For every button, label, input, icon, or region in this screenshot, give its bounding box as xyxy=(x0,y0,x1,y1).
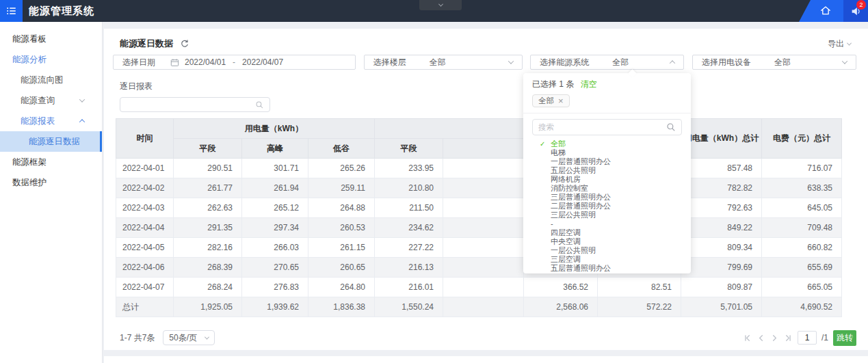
value-cell xyxy=(443,258,524,278)
dropdown-option-label: 电梯 xyxy=(551,148,566,157)
sidebar-item-label: 能源分析 xyxy=(12,54,47,66)
device-select-value: 全部 xyxy=(774,57,791,68)
content-card: 能源逐日数据 导出 选择日期 2022/04/01 - 2022/04/07 xyxy=(104,29,868,350)
dropdown-option-label: 中央空调 xyxy=(551,237,581,245)
value-cell: 655.69 xyxy=(762,258,842,278)
dropdown-search-box[interactable] xyxy=(532,119,682,135)
notification-badge: 2 xyxy=(856,0,866,10)
col-header-total-fee: 电费（元）总计 xyxy=(762,119,842,159)
value-cell: 301.71 xyxy=(242,159,308,178)
date-range-picker[interactable]: 选择日期 2022/04/01 - 2022/04/07 xyxy=(113,55,356,70)
jump-button[interactable]: 跳转 xyxy=(833,330,856,346)
dropdown-option[interactable]: 三层公共照明 xyxy=(523,211,691,219)
value-cell: 264.80 xyxy=(308,278,375,297)
dropdown-option[interactable]: 网络机房 xyxy=(523,175,691,184)
menu-toggle-button[interactable] xyxy=(0,0,23,22)
col-subheader: 平段 xyxy=(174,139,242,159)
value-cell: 297.34 xyxy=(242,218,308,238)
next-section-strip xyxy=(104,356,868,363)
last-page-button[interactable] xyxy=(784,334,793,342)
page-number-input[interactable] xyxy=(798,331,817,345)
tag-close-icon[interactable]: × xyxy=(558,96,564,105)
device-select[interactable]: 选择用电设备 全部 xyxy=(692,55,856,70)
dropdown-option[interactable]: 二层普通照明办公 xyxy=(523,202,691,211)
export-button[interactable]: 导出 xyxy=(828,38,851,50)
col-subheader: 平段 xyxy=(375,139,443,159)
dropdown-search-input[interactable] xyxy=(533,123,666,131)
sidebar-item-energy-flow-diagram[interactable]: 能源流向图 xyxy=(0,70,102,90)
dropdown-option[interactable]: 三层普通照明办公 xyxy=(523,193,691,202)
report-search-input[interactable] xyxy=(120,98,255,111)
energy-system-select[interactable]: 选择能源系统 全部 xyxy=(530,55,684,70)
floor-select[interactable]: 选择楼层 全部 xyxy=(364,55,523,70)
value-cell: 211.50 xyxy=(375,198,443,218)
value-cell: 809.34 xyxy=(681,238,762,258)
value-cell xyxy=(443,178,524,198)
value-cell: 645.05 xyxy=(762,198,842,218)
chevron-down-icon xyxy=(847,40,852,45)
value-cell: 572.22 xyxy=(598,297,681,317)
chevron-down-icon xyxy=(79,96,85,102)
report-search-box[interactable] xyxy=(120,97,270,112)
next-page-button[interactable] xyxy=(770,334,779,342)
value-cell xyxy=(443,278,524,297)
dropdown-option-label: 三层空调 xyxy=(551,255,581,263)
dropdown-option[interactable]: 二层空调 xyxy=(523,273,691,273)
dropdown-option[interactable]: 中央空调 xyxy=(523,237,691,246)
calendar-icon xyxy=(170,58,179,67)
sidebar-item-label: 能源逐日数据 xyxy=(29,136,80,148)
sidebar-item-energy-report[interactable]: 能源报表 xyxy=(0,111,102,131)
sidebar-item-label: 能源查询 xyxy=(21,95,55,107)
page-title: 能源逐日数据 xyxy=(120,38,173,50)
pagination-range-text: 1-7 共7条 xyxy=(120,332,155,344)
dropdown-option-list: ✓全部电梯一层普通照明办公五层公共照明网络机房消防控制室三层普通照明办公二层普通… xyxy=(523,138,691,273)
dropdown-option[interactable]: 五层普通照明办公 xyxy=(523,264,691,273)
sidebar-item-energy-query[interactable]: 能源查询 xyxy=(0,90,102,111)
refresh-button[interactable] xyxy=(180,39,189,49)
dropdown-option[interactable]: 四层空调 xyxy=(523,228,691,237)
navbar-collapse-tab[interactable] xyxy=(419,0,462,10)
date-cell: 2022-04-05 xyxy=(116,238,174,258)
value-cell: 259.11 xyxy=(308,178,375,198)
dropdown-option[interactable]: 一层公共照明 xyxy=(523,246,691,255)
dropdown-clear-button[interactable]: 清空 xyxy=(581,79,597,89)
value-cell: 849.22 xyxy=(681,218,762,238)
prev-page-button[interactable] xyxy=(757,334,765,342)
hamburger-icon xyxy=(6,5,17,16)
sidebar-item-energy-framework[interactable]: 能源框架 xyxy=(0,152,102,172)
page-size-select[interactable]: 50条/页 xyxy=(163,330,215,345)
first-page-icon xyxy=(743,334,752,342)
value-cell: 260.53 xyxy=(308,218,375,238)
value-cell xyxy=(443,297,524,317)
dropdown-option[interactable]: 一层普通照明办公 xyxy=(523,157,691,166)
table-row: 2022-04-06268.39270.65260.65216.13799.69… xyxy=(116,258,842,278)
sidebar-item-energy-analysis[interactable]: 能源分析 xyxy=(0,49,102,70)
chevron-right-icon xyxy=(770,334,779,342)
sidebar-item-label: 能源报表 xyxy=(21,116,55,127)
home-button[interactable] xyxy=(819,4,832,18)
sidebar-item-energy-dashboard[interactable]: 能源看板 xyxy=(0,29,102,49)
dropdown-option-label: 一层普通照明办公 xyxy=(551,157,611,165)
dropdown-option[interactable]: 电梯 xyxy=(523,148,691,157)
sidebar-item-energy-daily-data[interactable]: 能源逐日数据 xyxy=(0,131,102,152)
chevron-up-icon xyxy=(79,119,85,124)
sidebar-item-data-maintenance[interactable]: 数据维护 xyxy=(0,172,102,193)
date-filter-label: 选择日期 xyxy=(122,57,155,68)
notification-button[interactable]: 2 xyxy=(843,0,868,22)
selected-tag-label: 全部 xyxy=(538,96,554,106)
date-cell: 2022-04-04 xyxy=(116,218,174,238)
value-cell: 290.51 xyxy=(174,159,242,178)
value-cell: 262.63 xyxy=(174,198,242,218)
value-cell: 216.01 xyxy=(375,278,443,297)
dropdown-option[interactable]: 三层空调 xyxy=(523,255,691,264)
dropdown-option[interactable]: ✓全部 xyxy=(523,139,691,148)
col-header-time: 时间 xyxy=(116,119,174,159)
value-cell: 5,701.05 xyxy=(681,297,762,317)
dropdown-option[interactable]: - xyxy=(523,219,691,228)
dropdown-option[interactable]: 消防控制室 xyxy=(523,184,691,193)
value-cell: 799.69 xyxy=(681,258,762,278)
chevron-down-icon xyxy=(842,58,847,64)
dropdown-option[interactable]: 五层公共照明 xyxy=(523,166,691,175)
first-page-button[interactable] xyxy=(743,334,752,342)
sidebar-item-label: 能源流向图 xyxy=(21,75,64,86)
